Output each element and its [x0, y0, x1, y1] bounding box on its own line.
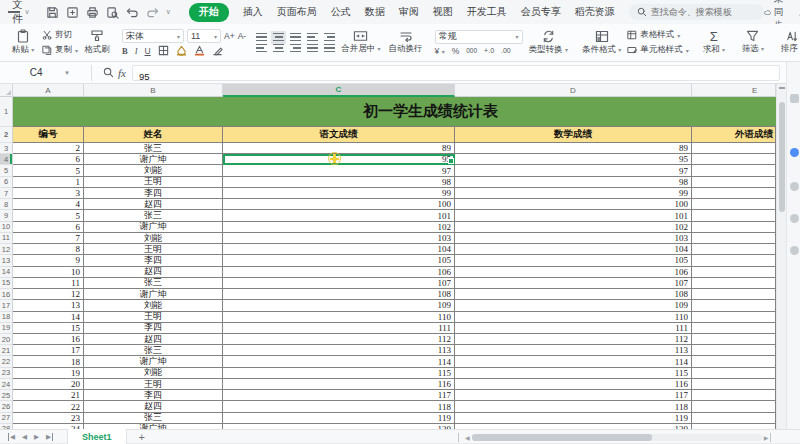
header-cell-foreign[interactable]: 外语成绩	[692, 127, 776, 143]
cell-math-score[interactable]: 113	[455, 345, 692, 356]
cell-math-score[interactable]: 112	[455, 334, 692, 345]
cell-foreign-score[interactable]	[692, 334, 776, 345]
row-header[interactable]: 20	[0, 334, 13, 345]
align-left-icon[interactable]	[256, 44, 267, 53]
font-color-button[interactable]	[194, 45, 205, 56]
cell-id[interactable]: 14	[13, 312, 84, 323]
cell-id[interactable]: 3	[13, 188, 84, 199]
cell-reference-input[interactable]	[11, 67, 61, 78]
row-header[interactable]: 3	[0, 143, 13, 154]
cell-name[interactable]: 赵四	[84, 334, 223, 345]
select-all-corner[interactable]	[0, 84, 13, 97]
cell-foreign-score[interactable]	[692, 267, 776, 278]
hscroll-right-icon[interactable]: ▶	[764, 434, 769, 441]
row-header[interactable]: 17	[0, 300, 13, 311]
row-header-1[interactable]: 1	[0, 97, 13, 127]
cell-name[interactable]: 赵四	[84, 199, 223, 210]
table-style-button[interactable]: 表格样式▾	[627, 29, 689, 41]
cell-name[interactable]: 谢广坤	[84, 289, 223, 300]
format-painter-button[interactable]: 格式刷	[82, 29, 112, 56]
cell-chinese-score[interactable]: 116	[223, 379, 455, 390]
column-header-b[interactable]: B	[84, 84, 223, 97]
copy-button[interactable]: 复制 ▾	[42, 44, 78, 56]
cell-id[interactable]: 5	[13, 210, 84, 221]
save-icon[interactable]	[46, 6, 59, 19]
cell-name[interactable]: 赵四	[84, 267, 223, 278]
cell-name[interactable]: 张三	[84, 278, 223, 289]
vertical-scrollbar[interactable]	[776, 84, 786, 429]
hscroll-left-icon[interactable]: ◀	[465, 434, 470, 441]
cell-chinese-score[interactable]: 98	[223, 177, 455, 188]
cell-math-score[interactable]: 101	[455, 210, 692, 221]
sum-button[interactable]: Σ 求和 ▾	[699, 30, 729, 56]
column-header-e[interactable]: E	[692, 84, 776, 97]
cell-style-button[interactable]: 单元格样式▾	[627, 44, 689, 56]
decrease-indent-icon[interactable]	[307, 33, 318, 42]
cell-name[interactable]: 张三	[84, 345, 223, 356]
cell-chinese-score[interactable]: 109	[223, 300, 455, 311]
cell-foreign-score[interactable]	[692, 345, 776, 356]
cell-id[interactable]: 17	[13, 345, 84, 356]
cell-math-score[interactable]: 116	[455, 379, 692, 390]
cell-foreign-score[interactable]	[692, 143, 776, 154]
file-menu-caret-icon[interactable]: ∨	[25, 8, 30, 16]
cell-math-score[interactable]: 119	[455, 413, 692, 424]
tab-view[interactable]: 视图	[433, 5, 453, 19]
cell-math-score[interactable]: 104	[455, 244, 692, 255]
cell-name[interactable]: 刘能	[84, 368, 223, 379]
tab-data[interactable]: 数据	[365, 5, 385, 19]
horizontal-scrollbar[interactable]: ◀ ▶	[458, 433, 788, 442]
cell-math-score[interactable]: 99	[455, 188, 692, 199]
cell-name[interactable]: 张三	[84, 413, 223, 424]
cell-name[interactable]: 王明	[84, 312, 223, 323]
cell-id[interactable]: 2	[13, 143, 84, 154]
cell-name[interactable]: 李四	[84, 323, 223, 334]
cell-foreign-score[interactable]	[692, 368, 776, 379]
header-cell-name[interactable]: 姓名	[84, 127, 223, 143]
cell-id[interactable]: 22	[13, 401, 84, 412]
currency-format-button[interactable]: ¥ ▾	[435, 46, 445, 56]
increase-decimal-button[interactable]: +.0	[484, 47, 494, 54]
cell-chinese-score[interactable]: 115	[223, 368, 455, 379]
cell-math-score[interactable]: 109	[455, 300, 692, 311]
tab-docer[interactable]: 稻壳资源	[575, 5, 615, 19]
row-header[interactable]: 26	[0, 401, 13, 412]
cell-foreign-score[interactable]	[692, 289, 776, 300]
font-size-select[interactable]: 11▾	[187, 29, 221, 43]
command-search[interactable]	[629, 4, 764, 20]
sheet-title-cell[interactable]: 初一学生成绩统计表	[13, 97, 776, 127]
row-header[interactable]: 4	[0, 154, 13, 165]
merge-center-button[interactable]: 合并居中 ▾	[339, 30, 382, 55]
next-sheet-icon[interactable]: ▶	[34, 433, 39, 441]
cut-button[interactable]: 剪切	[42, 29, 78, 41]
cell-chinese-score[interactable]: 104	[223, 244, 455, 255]
cell-math-score[interactable]: 117	[455, 390, 692, 401]
cell-foreign-score[interactable]	[692, 210, 776, 221]
search-input[interactable]	[651, 7, 756, 17]
cell-chinese-score[interactable]: 112	[223, 334, 455, 345]
cell-foreign-score[interactable]	[692, 199, 776, 210]
cell-id[interactable]: 6	[13, 154, 84, 165]
filter-button[interactable]: 筛选 ▾	[738, 30, 768, 55]
cell-id[interactable]: 7	[13, 233, 84, 244]
column-header-d[interactable]: D	[455, 84, 692, 97]
split-handle-icon[interactable]	[779, 87, 785, 89]
vertical-scrollbar-thumb[interactable]	[779, 102, 785, 212]
print-preview-icon[interactable]	[106, 6, 119, 19]
cell-name[interactable]: 张三	[84, 143, 223, 154]
cell-foreign-score[interactable]	[692, 154, 776, 165]
row-header[interactable]: 23	[0, 368, 13, 379]
cell-chinese-score[interactable]: 101	[223, 210, 455, 221]
cell-foreign-score[interactable]	[692, 222, 776, 233]
cell-math-score[interactable]: 111	[455, 323, 692, 334]
align-right-icon[interactable]	[290, 44, 301, 53]
row-header[interactable]: 9	[0, 210, 13, 221]
cell-name[interactable]: 赵四	[84, 401, 223, 412]
cell-name[interactable]: 张三	[84, 210, 223, 221]
row-header[interactable]: 13	[0, 255, 13, 266]
tab-page-layout[interactable]: 页面布局	[277, 5, 317, 19]
distribute-icon[interactable]	[324, 44, 335, 53]
cell-foreign-score[interactable]	[692, 413, 776, 424]
cell-foreign-score[interactable]	[692, 255, 776, 266]
cell-foreign-score[interactable]	[692, 278, 776, 289]
